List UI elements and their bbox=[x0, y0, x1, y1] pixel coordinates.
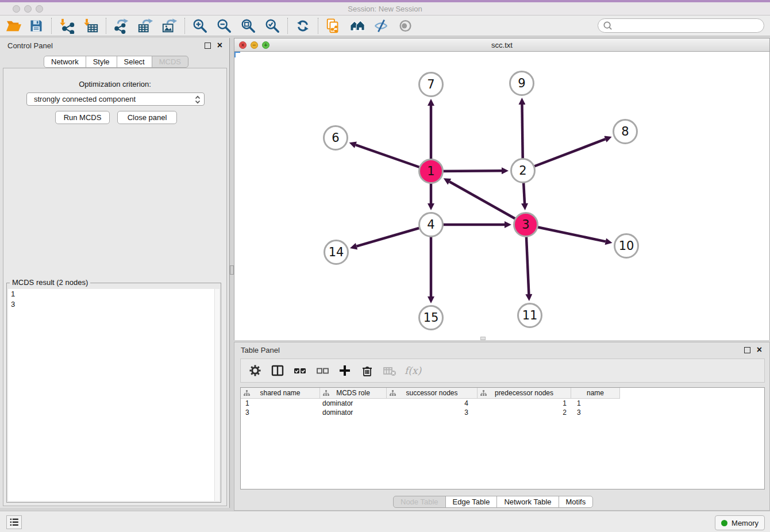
float-panel-icon[interactable] bbox=[744, 347, 750, 353]
table-cell: dominator bbox=[320, 408, 387, 417]
dropdown-stepper-icon bbox=[195, 95, 201, 106]
result-node: 1 bbox=[8, 289, 220, 299]
network-window-title: scc.txt bbox=[234, 41, 769, 49]
delete-table-button[interactable] bbox=[382, 363, 397, 378]
mcds-result-box: MCDS result (2 nodes) 1 3 bbox=[6, 283, 221, 503]
graph-node-label-14: 14 bbox=[329, 245, 344, 259]
column-type-icon bbox=[323, 390, 329, 398]
list-icon bbox=[9, 516, 20, 528]
export-image-button[interactable] bbox=[157, 17, 182, 35]
clone-network-button[interactable] bbox=[321, 17, 345, 35]
show-all-button[interactable] bbox=[394, 17, 418, 35]
import-table-button[interactable] bbox=[79, 17, 103, 35]
toolbar-separator bbox=[318, 18, 318, 34]
table-row[interactable]: 1dominator411 bbox=[241, 399, 764, 408]
memory-label: Memory bbox=[732, 519, 759, 527]
close-panel-icon[interactable] bbox=[757, 344, 762, 356]
clone-network-icon bbox=[325, 18, 341, 34]
memory-button[interactable]: Memory bbox=[715, 515, 765, 530]
network-window-titlebar[interactable]: scc.txt bbox=[234, 38, 769, 52]
unselect-all-columns-button[interactable] bbox=[315, 363, 330, 378]
delete-column-button[interactable] bbox=[360, 363, 375, 378]
select-all-columns-button[interactable] bbox=[292, 363, 307, 378]
search-field[interactable] bbox=[598, 18, 764, 33]
mcds-result-list[interactable]: 1 3 bbox=[8, 289, 220, 501]
close-panel-icon[interactable] bbox=[217, 40, 222, 51]
node-table-rows: 1dominator4113dominator323 bbox=[241, 399, 764, 417]
result-scrollbar[interactable] bbox=[214, 289, 220, 501]
tab-network[interactable]: Network bbox=[44, 56, 86, 68]
task-history-button[interactable] bbox=[6, 515, 22, 529]
graph-edge-3-1[interactable] bbox=[449, 182, 526, 225]
network-canvas[interactable]: 7968124314101511 bbox=[234, 52, 769, 340]
column-type-icon bbox=[390, 390, 396, 398]
main-toolbar bbox=[0, 16, 770, 36]
tab-edge-table[interactable]: Edge Table bbox=[445, 496, 498, 508]
control-panel-tabbar: Network Style Select MCDS bbox=[44, 56, 188, 68]
import-network-button[interactable] bbox=[55, 17, 79, 35]
export-table-button[interactable] bbox=[133, 17, 157, 35]
table-cell: 3 bbox=[241, 408, 320, 417]
column-header-successor-nodes[interactable]: successor nodes bbox=[387, 388, 478, 398]
criterion-value: strongly connected component bbox=[34, 95, 136, 103]
plus-icon bbox=[338, 364, 352, 377]
column-header-shared-name[interactable]: shared name bbox=[241, 388, 320, 398]
app-titlebar: Session: New Session bbox=[0, 2, 770, 16]
gear-icon bbox=[248, 364, 262, 377]
memory-status-icon bbox=[721, 520, 727, 526]
zoom-out-button[interactable] bbox=[212, 17, 236, 35]
float-panel-icon[interactable] bbox=[205, 43, 211, 49]
hide-selected-button[interactable] bbox=[369, 17, 394, 35]
mcds-panel: Optimization criterion: strongly connect… bbox=[3, 68, 227, 506]
tab-network-table[interactable]: Network Table bbox=[496, 496, 559, 508]
table-row[interactable]: 3dominator323 bbox=[241, 408, 764, 417]
zoom-selected-button[interactable] bbox=[260, 17, 284, 35]
tab-motifs[interactable]: Motifs bbox=[559, 496, 594, 508]
save-session-button[interactable] bbox=[24, 17, 48, 35]
criterion-dropdown[interactable]: strongly connected component bbox=[26, 92, 205, 106]
table-settings-button[interactable] bbox=[248, 363, 263, 378]
column-header-mcds-role[interactable]: MCDS role bbox=[320, 388, 387, 398]
result-node: 3 bbox=[8, 299, 220, 310]
tab-style[interactable]: Style bbox=[86, 56, 117, 68]
export-network-button[interactable] bbox=[109, 17, 133, 35]
show-column-button[interactable] bbox=[270, 363, 285, 378]
column-type-icon bbox=[480, 390, 487, 398]
search-input[interactable] bbox=[613, 20, 764, 32]
tab-select[interactable]: Select bbox=[117, 56, 152, 68]
table-cell: dominator bbox=[320, 399, 387, 407]
graph-edge-2-8[interactable] bbox=[523, 139, 605, 171]
zoom-selected-icon bbox=[264, 18, 280, 34]
import-network-icon bbox=[59, 18, 75, 34]
create-column-button[interactable] bbox=[337, 363, 352, 378]
control-panel-title: Control Panel bbox=[7, 41, 53, 50]
panel-splitter-grip[interactable] bbox=[230, 265, 234, 275]
column-header-name[interactable]: name bbox=[571, 388, 620, 398]
network-graph[interactable]: 7968124314101511 bbox=[234, 52, 769, 340]
close-panel-button[interactable]: Close panel bbox=[117, 111, 177, 124]
zoom-fit-button[interactable] bbox=[236, 17, 260, 35]
fx-icon: f(x) bbox=[405, 365, 421, 376]
open-session-button[interactable] bbox=[3, 17, 24, 35]
run-mcds-button[interactable]: Run MCDS bbox=[55, 111, 110, 124]
zoom-in-button[interactable] bbox=[188, 17, 212, 35]
graph-node-label-4: 4 bbox=[427, 218, 434, 232]
tab-mcds[interactable]: MCDS bbox=[152, 56, 188, 68]
function-builder-button[interactable]: f(x) bbox=[405, 363, 421, 378]
apply-layout-button[interactable] bbox=[291, 17, 315, 35]
column-type-icon bbox=[244, 390, 250, 398]
canvas-resize-grip[interactable] bbox=[480, 337, 486, 340]
graph-node-label-11: 11 bbox=[522, 309, 538, 322]
column-label: shared name bbox=[260, 389, 300, 397]
network-view-window: scc.txt 7968124314101511 bbox=[234, 38, 770, 340]
table-panel-header: Table Panel bbox=[234, 342, 769, 357]
merge-networks-button[interactable] bbox=[345, 17, 369, 35]
open-folder-icon bbox=[6, 18, 22, 33]
column-header-predecessor-nodes[interactable]: predecessor nodes bbox=[478, 388, 571, 398]
refresh-arrows-icon bbox=[295, 18, 311, 34]
tab-node-table[interactable]: Node Table bbox=[393, 496, 446, 508]
graph-node-label-10: 10 bbox=[619, 239, 634, 253]
search-icon bbox=[602, 20, 613, 31]
node-table[interactable]: shared name MCDS role successor nodes pr… bbox=[240, 387, 765, 489]
status-bar: Memory bbox=[0, 511, 770, 532]
